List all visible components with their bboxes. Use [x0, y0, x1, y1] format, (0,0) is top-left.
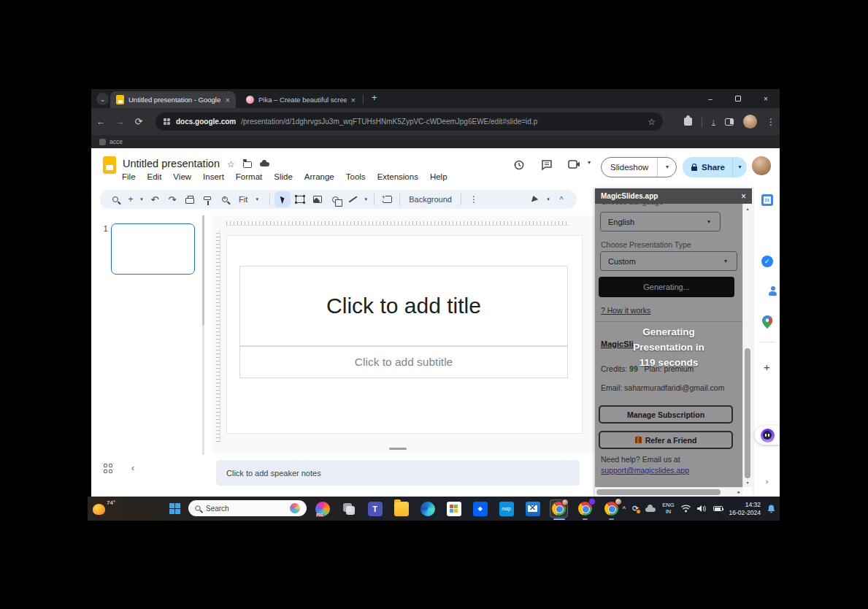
tab-close-icon[interactable]: × — [226, 96, 230, 104]
insert-line-icon[interactable] — [345, 191, 361, 207]
insert-image-icon[interactable] — [310, 191, 326, 207]
back-icon[interactable]: ← — [91, 116, 110, 127]
zoom-icon[interactable] — [217, 191, 233, 207]
minimize-button[interactable]: – — [696, 89, 724, 108]
tasks-icon[interactable]: ✓ — [761, 256, 773, 267]
clock-widget[interactable]: 14:3216-02-2024 — [729, 501, 761, 516]
meet-camera-icon[interactable] — [567, 159, 582, 172]
language-indicator[interactable]: ENGIN — [662, 502, 674, 515]
chrome-profile3-icon[interactable] — [602, 499, 621, 518]
calendar-icon[interactable]: 31 — [761, 194, 773, 206]
weather-widget[interactable]: 74° — [93, 499, 122, 518]
version-history-icon[interactable] — [512, 159, 526, 174]
maps-icon[interactable] — [762, 315, 772, 332]
slideshow-button[interactable]: Slideshow — [602, 163, 657, 172]
line-dropdown-icon[interactable]: ▾ — [362, 196, 369, 202]
insert-comment-icon[interactable] — [379, 191, 395, 207]
paint-format-icon[interactable] — [199, 191, 215, 207]
search-menus-icon[interactable] — [107, 191, 123, 207]
collapse-filmstrip-icon[interactable]: ‹ — [131, 463, 134, 473]
browser-menu-icon[interactable]: ⋮ — [767, 117, 775, 127]
scrollbar-thumb[interactable] — [596, 489, 721, 495]
browser-tab-slides[interactable]: Untitled presentation - Google × — [110, 91, 236, 108]
speaker-notes-input[interactable]: Click to add speaker notes — [216, 460, 580, 486]
browser-tab-pika[interactable]: Pika – Create beautiful screensh × — [240, 91, 361, 108]
print-icon[interactable] — [182, 191, 198, 207]
fit-dropdown-icon[interactable]: ▾ — [253, 196, 261, 202]
share-button[interactable]: Share — [683, 163, 732, 172]
undo-icon[interactable]: ↶ — [147, 191, 163, 207]
toolbar-more-icon[interactable]: ⋮ — [466, 191, 482, 207]
fit-selector[interactable]: Fit — [234, 195, 252, 204]
microsoft-store-icon[interactable] — [445, 499, 463, 518]
scroll-right-icon[interactable]: ▸ — [737, 489, 740, 495]
redo-icon[interactable]: ↷ — [164, 191, 180, 207]
meet-dropdown-icon[interactable]: ▾ — [582, 159, 596, 166]
new-slide-icon[interactable]: + — [125, 191, 137, 207]
start-button[interactable] — [169, 503, 180, 514]
scrollbar-thumb[interactable] — [745, 348, 750, 478]
address-bar[interactable]: docs.google.com /presentation/d/1dghrvgs… — [155, 112, 663, 131]
side-panel-icon[interactable] — [725, 118, 734, 126]
subtitle-placeholder[interactable]: Click to add subtitle — [239, 346, 568, 378]
mail-icon[interactable] — [523, 499, 542, 518]
reload-icon[interactable]: ⟳ — [129, 116, 148, 127]
pointer-dropdown-icon[interactable]: ▾ — [545, 196, 552, 202]
magicslides-addon-icon[interactable] — [761, 429, 775, 443]
bookmark-item[interactable]: acce — [110, 138, 123, 145]
account-avatar[interactable] — [752, 156, 771, 175]
panel-close-icon[interactable]: × — [741, 191, 746, 202]
site-info-icon[interactable] — [163, 118, 171, 126]
panel-vertical-scrollbar[interactable]: ▴ ▾ — [742, 204, 752, 487]
dropbox-icon[interactable]: ◆ — [471, 499, 489, 518]
get-addons-icon[interactable]: + — [764, 361, 770, 373]
notes-resize-handle[interactable] — [389, 448, 407, 450]
edge-icon[interactable] — [418, 499, 437, 518]
extensions-icon[interactable] — [684, 118, 692, 126]
tab-search-button[interactable]: ⌄ — [96, 93, 109, 105]
downloads-icon[interactable]: ↓ — [712, 118, 716, 126]
chrome-profile2-icon[interactable] — [576, 499, 594, 518]
scroll-down-icon[interactable]: ▾ — [743, 480, 752, 485]
tray-expand-icon[interactable]: ^ — [623, 505, 626, 513]
onedrive-icon[interactable] — [645, 508, 656, 512]
forward-icon[interactable]: → — [110, 116, 129, 127]
slideshow-dropdown-icon[interactable]: ▾ — [657, 158, 676, 177]
wifi-icon[interactable] — [681, 505, 691, 513]
comments-icon[interactable] — [539, 159, 554, 174]
notifications-bell-icon[interactable] — [767, 505, 775, 513]
addon-spotlight[interactable] — [755, 426, 780, 445]
grid-view-icon[interactable] — [104, 464, 114, 474]
laser-pointer-icon[interactable] — [527, 191, 543, 207]
bookmark-star-icon[interactable]: ☆ — [648, 117, 656, 127]
profile-avatar[interactable] — [743, 115, 757, 129]
taskbar-search[interactable]: Search — [188, 500, 307, 516]
file-explorer-icon[interactable] — [392, 499, 410, 518]
task-view-icon[interactable] — [339, 499, 358, 518]
collapse-menus-icon[interactable]: ^ — [553, 191, 569, 207]
insert-shape-icon[interactable] — [327, 191, 343, 207]
tab-close-icon[interactable]: × — [351, 96, 356, 104]
filmstrip-scrollbar[interactable] — [202, 215, 204, 455]
title-placeholder[interactable]: Click to add title — [239, 266, 568, 346]
volume-icon[interactable] — [697, 505, 707, 513]
slide-thumbnail[interactable] — [111, 223, 195, 275]
expand-panel-icon[interactable]: › — [766, 477, 769, 486]
close-button[interactable]: × — [752, 89, 780, 108]
restore-button[interactable] — [724, 89, 752, 108]
app-icon-pro[interactable]: PRO — [313, 499, 331, 518]
panel-horizontal-scrollbar[interactable]: ▸ — [595, 487, 742, 497]
battery-icon[interactable] — [713, 506, 723, 511]
copilot-icon[interactable] — [290, 503, 300, 513]
update-icon[interactable]: ⟳ — [632, 504, 639, 513]
text-box-icon[interactable] — [292, 191, 308, 207]
share-dropdown-icon[interactable]: ▾ — [732, 158, 747, 177]
chrome-profile1-icon[interactable] — [550, 499, 568, 518]
app-icon-mdp[interactable]: mdp — [497, 499, 515, 518]
new-tab-button[interactable]: + — [372, 92, 377, 103]
scroll-up-icon[interactable]: ▴ — [743, 206, 752, 211]
slide-canvas[interactable]: Click to add title Click to add subtitle — [226, 235, 583, 434]
new-slide-dropdown-icon[interactable]: ▾ — [138, 196, 145, 202]
teams-icon[interactable]: T — [366, 499, 384, 518]
background-button[interactable]: Background — [404, 195, 456, 204]
